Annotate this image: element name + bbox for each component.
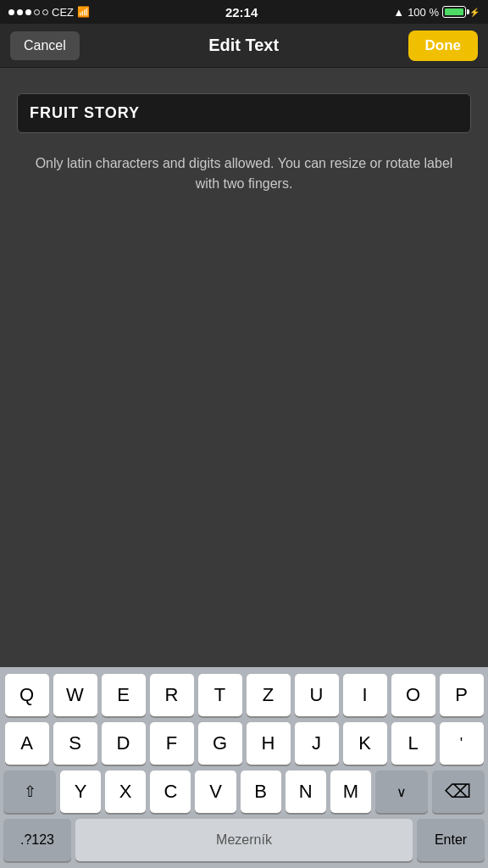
signal-dot-2: [17, 9, 23, 15]
num-key[interactable]: .?123: [3, 819, 71, 861]
wifi-icon: 📶: [77, 6, 90, 18]
key-g[interactable]: G: [198, 722, 242, 765]
cancel-button[interactable]: Cancel: [10, 31, 80, 60]
keyboard-row-3: ⇧ Y X C V B N M ∨ ⌫: [3, 771, 485, 813]
status-bar: CEZ 📶 22:14 ▲ 100 % ⚡: [0, 0, 488, 24]
key-a[interactable]: A: [5, 722, 49, 765]
keyboard-row-1: Q W E R T Z U I O P: [3, 674, 485, 716]
key-c[interactable]: C: [150, 771, 191, 813]
key-u[interactable]: U: [295, 674, 339, 716]
key-o[interactable]: O: [391, 674, 435, 716]
signal-dot-5: [42, 9, 48, 15]
status-right: ▲ 100 % ⚡: [393, 6, 480, 19]
enter-key[interactable]: Enter: [417, 819, 485, 861]
key-d[interactable]: D: [102, 722, 146, 765]
delete-icon: ⌫: [445, 781, 471, 803]
signal-dot-3: [25, 9, 31, 15]
key-k[interactable]: K: [343, 722, 387, 765]
signal-dot-1: [8, 9, 14, 15]
space-key[interactable]: Mezerník: [75, 819, 413, 861]
battery-indicator: ⚡: [442, 6, 480, 18]
location-icon: ▲: [393, 6, 404, 19]
chevron-down-icon: ∨: [396, 784, 407, 800]
battery-fill: [445, 8, 463, 15]
charging-bolt: ⚡: [469, 8, 480, 17]
key-r[interactable]: R: [150, 674, 194, 716]
key-h[interactable]: H: [247, 722, 291, 765]
key-l[interactable]: L: [391, 722, 435, 765]
keyboard-bottom-row: .?123 Mezerník Enter: [3, 819, 485, 868]
key-apostrophe[interactable]: ': [440, 722, 484, 765]
shift-icon: ⇧: [24, 782, 36, 801]
done-button[interactable]: Done: [408, 31, 479, 61]
key-i[interactable]: I: [343, 674, 387, 716]
text-input[interactable]: [17, 93, 471, 133]
key-w[interactable]: W: [53, 674, 97, 716]
key-q[interactable]: Q: [5, 674, 49, 716]
page-title: Edit Text: [208, 36, 279, 55]
key-f[interactable]: F: [150, 722, 194, 765]
key-m[interactable]: M: [330, 771, 371, 813]
status-left: CEZ 📶: [8, 6, 90, 19]
keyboard: Q W E R T Z U I O P A S D F G H J K L ' …: [0, 667, 488, 868]
key-y[interactable]: Y: [60, 771, 101, 813]
keyboard-row-2: A S D F G H J K L ': [3, 722, 485, 765]
battery-percent: 100 %: [408, 6, 439, 19]
carrier-label: CEZ: [52, 6, 74, 19]
key-b[interactable]: B: [241, 771, 281, 813]
key-e[interactable]: E: [102, 674, 146, 716]
key-s[interactable]: S: [53, 722, 97, 765]
key-p[interactable]: P: [440, 674, 484, 716]
status-time: 22:14: [225, 5, 258, 19]
key-t[interactable]: T: [198, 674, 242, 716]
chevron-down-key[interactable]: ∨: [375, 771, 428, 813]
navigation-bar: Cancel Edit Text Done: [0, 24, 488, 68]
content-area: Only latin characters and digits allowed…: [0, 68, 488, 483]
key-v[interactable]: V: [195, 771, 236, 813]
shift-key[interactable]: ⇧: [3, 771, 56, 813]
battery-body: [442, 6, 466, 18]
key-n[interactable]: N: [286, 771, 326, 813]
key-j[interactable]: J: [295, 722, 339, 765]
signal-dots: [8, 9, 48, 15]
delete-key[interactable]: ⌫: [432, 771, 485, 813]
key-x[interactable]: X: [105, 771, 146, 813]
key-z[interactable]: Z: [247, 674, 291, 716]
signal-dot-4: [34, 9, 40, 15]
helper-text: Only latin characters and digits allowed…: [17, 153, 471, 194]
